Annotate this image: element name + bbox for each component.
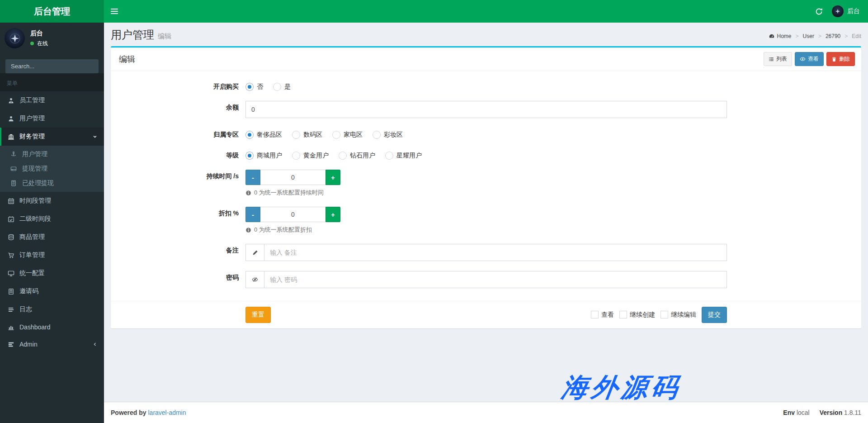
radio-icon <box>385 152 393 160</box>
view-button[interactable]: 查看 <box>795 52 824 66</box>
breadcrumb-edit: Edit <box>852 33 861 39</box>
cart-icon <box>7 252 15 259</box>
hamburger-icon <box>111 9 118 10</box>
card-title: 编辑 <box>115 54 135 65</box>
checkbox-continue-edit[interactable]: 继续编辑 <box>660 311 696 319</box>
page-subtitle: 编辑 <box>158 32 171 40</box>
checkbox-continue-create[interactable]: 继续创建 <box>619 311 655 319</box>
radio-level-mall[interactable]: 商城用户 <box>245 152 282 160</box>
footer-env-version: Env local Version 1.8.11 <box>783 409 861 416</box>
sidebar-toggle-button[interactable] <box>104 0 124 23</box>
page-title: 用户管理编辑 <box>111 29 171 41</box>
tachometer-icon <box>769 33 775 39</box>
checkbox-icon <box>660 311 668 318</box>
sidebar-item-timeslot[interactable]: 时间段管理 <box>0 192 104 210</box>
password-input[interactable] <box>264 271 727 288</box>
form-row-duration: 持续时间 /s - + 0 为统一系统配置持续时间 <box>115 170 857 197</box>
discount-stepper: - + <box>245 207 340 222</box>
calculator-icon <box>7 288 15 295</box>
checkbox-icon <box>591 311 599 318</box>
staff-icon <box>7 97 15 104</box>
reset-button[interactable]: 重置 <box>245 307 271 323</box>
sidebar-item-invite-code[interactable]: 邀请码 <box>0 282 104 300</box>
radio-zone-beauty[interactable]: 彩妆区 <box>373 131 403 139</box>
credit-card-icon <box>9 166 18 172</box>
chevron-left-icon <box>92 342 98 347</box>
edit-card: 编辑 列表 查看 <box>111 46 861 328</box>
radio-level-gold[interactable]: 黄金用户 <box>292 152 329 160</box>
sidebar-user-name: 后台 <box>30 29 48 38</box>
navbar-user-name: 后台 <box>847 7 860 15</box>
sidebar-item-finance[interactable]: 财务管理 <box>0 128 104 146</box>
form-row-purchase: 开启购买 否 是 <box>115 80 857 91</box>
delete-button[interactable]: 删除 <box>826 52 855 66</box>
submit-button[interactable]: 提交 <box>702 307 727 323</box>
search-input[interactable] <box>5 59 96 73</box>
field-label: 等级 <box>115 149 245 160</box>
radio-checked-icon <box>245 152 254 160</box>
radio-icon <box>292 152 300 160</box>
form-row-balance: 余额 <box>115 101 857 118</box>
plus-button[interactable]: + <box>326 207 340 222</box>
user-avatar <box>5 28 25 48</box>
app-logo[interactable]: 后台管理 <box>0 0 104 23</box>
user-icon <box>7 115 15 122</box>
balance-input[interactable] <box>245 101 727 118</box>
checkbox-view-after[interactable]: 查看 <box>591 311 614 319</box>
radio-level-star[interactable]: 星耀用户 <box>385 152 422 160</box>
sidebar-item-dashboard[interactable]: Dashboard <box>0 318 104 336</box>
radio-zone-luxury[interactable]: 奢侈品区 <box>245 131 282 139</box>
content-header: 用户管理编辑 Home > User > 26790 > Edit <box>104 23 868 46</box>
search-button[interactable] <box>96 59 99 73</box>
radio-purchase-no[interactable]: 否 <box>245 83 263 91</box>
sidebar-item-users[interactable]: 用户管理 <box>0 109 104 128</box>
breadcrumb-home[interactable]: Home <box>769 33 792 39</box>
trash-icon <box>831 57 837 62</box>
sidebar-item-products[interactable]: 商品管理 <box>0 228 104 246</box>
duration-input[interactable] <box>260 170 326 185</box>
tasks-icon <box>7 341 15 348</box>
discount-input[interactable] <box>260 207 326 222</box>
field-label: 开启购买 <box>115 80 245 91</box>
sidebar-item-staff[interactable]: 员工管理 <box>0 91 104 109</box>
sidebar-item-admin[interactable]: Admin <box>0 336 104 353</box>
radio-checked-icon <box>245 83 254 91</box>
radio-zone-digital[interactable]: 数码区 <box>292 131 322 139</box>
laravel-admin-link[interactable]: laravel-admin <box>148 409 186 416</box>
sidebar-item-config[interactable]: 统一配置 <box>0 264 104 282</box>
plus-button[interactable]: + <box>326 170 340 185</box>
breadcrumb-id[interactable]: 26790 <box>826 33 840 39</box>
field-label: 归属专区 <box>115 128 245 139</box>
sidebar-item-logs[interactable]: 日志 <box>0 300 104 318</box>
radio-purchase-yes[interactable]: 是 <box>273 83 291 91</box>
card-footer: 重置 查看 继续创建 继续编辑 <box>111 301 861 328</box>
user-avatar <box>832 5 844 17</box>
navbar: 后台 <box>104 0 868 23</box>
list-button[interactable]: 列表 <box>764 52 792 66</box>
refresh-icon[interactable] <box>815 8 823 15</box>
field-label: 备注 <box>115 244 245 261</box>
field-label: 密码 <box>115 271 245 288</box>
anchor-icon <box>9 151 18 157</box>
minus-button[interactable]: - <box>245 207 260 222</box>
submenu-item-user-finance[interactable]: 用户管理 <box>0 147 104 162</box>
submenu-item-withdraw[interactable]: 提现管理 <box>0 162 104 176</box>
navbar-right: 后台 <box>815 5 868 17</box>
info-icon <box>245 227 251 233</box>
breadcrumb-user[interactable]: User <box>803 33 814 39</box>
card-header: 编辑 列表 查看 <box>111 48 861 71</box>
pencil-icon <box>245 244 264 261</box>
minus-button[interactable]: - <box>245 170 260 185</box>
sidebar-user-status: 在线 <box>30 40 48 48</box>
radio-level-diamond[interactable]: 钻石用户 <box>339 152 375 160</box>
field-label: 余额 <box>115 101 245 118</box>
card-tools: 列表 查看 删除 <box>764 52 857 66</box>
radio-zone-appliance[interactable]: 家电区 <box>332 131 363 139</box>
sidebar-item-orders[interactable]: 订单管理 <box>0 246 104 264</box>
sidebar-user-panel: 后台 在线 <box>0 23 104 54</box>
sidebar-item-sub-timeslot[interactable]: 二级时间段 <box>0 210 104 228</box>
submenu-item-processed-withdraw[interactable]: 已处理提现 <box>0 176 104 190</box>
navbar-user-menu[interactable]: 后台 <box>832 5 860 17</box>
remark-input[interactable] <box>264 244 727 261</box>
radio-icon <box>332 131 340 139</box>
